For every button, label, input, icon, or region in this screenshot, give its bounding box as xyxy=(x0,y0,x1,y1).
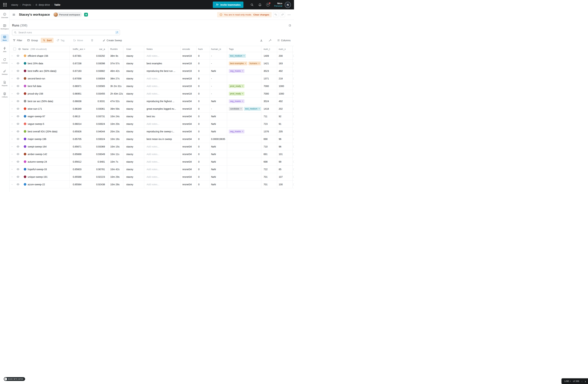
visibility-eye-icon[interactable] xyxy=(17,92,20,95)
table-row[interactable]: autumn-sweep-240.856120.948110m 7sstacey… xyxy=(9,158,294,166)
tag-remove-icon[interactable]: × xyxy=(243,55,245,57)
sidebar-item-workspace[interactable]: Workspace xyxy=(1,23,9,31)
tag-chip[interactable]: prod_ready× xyxy=(229,92,244,96)
run-notes[interactable]: best iou xyxy=(147,115,155,118)
cell-notes[interactable]: best iou xyxy=(144,113,180,120)
tag-remove-icon[interactable]: × xyxy=(242,100,243,102)
tag-chip[interactable]: seg_masks× xyxy=(229,99,244,103)
run-notes-placeholder[interactable]: Add notes... xyxy=(147,123,159,125)
column-header-num-t[interactable]: num_t xyxy=(261,46,277,52)
run-notes[interactable]: reproducing the highest ... xyxy=(147,100,174,103)
run-notes-placeholder[interactable]: Add notes... xyxy=(147,153,159,155)
tag-chip[interactable]: humans× xyxy=(248,61,261,65)
invite-teammates-button[interactable]: Invite teammates xyxy=(213,1,243,8)
clear-changes-link[interactable]: Clear changes xyxy=(253,13,269,16)
run-notes-placeholder[interactable]: Add notes... xyxy=(147,183,159,186)
table-row[interactable]: best overall IOU (20% data)0.859260.9404… xyxy=(9,128,294,135)
tag-chip[interactable]: candidate× xyxy=(229,107,243,111)
run-notes-placeholder[interactable]: Add notes... xyxy=(147,175,159,178)
column-header-name[interactable]: Name(398 visualized) xyxy=(22,46,69,52)
magic-wand-icon[interactable] xyxy=(268,38,272,43)
table-row[interactable]: swept-sweep-1640.856710.9336910m 15sstac… xyxy=(9,143,294,150)
run-notes-placeholder[interactable]: Add notes... xyxy=(147,55,159,57)
drag-handle-icon[interactable] xyxy=(12,146,12,147)
drag-handle-icon[interactable] xyxy=(12,139,12,139)
cell-notes[interactable]: reproducing the sweep r... xyxy=(144,128,180,135)
visibility-eye-icon[interactable] xyxy=(17,137,20,140)
tag-chip[interactable]: test_medium× xyxy=(244,107,261,111)
run-name-link[interactable]: best 20% data xyxy=(28,62,43,65)
visibility-eye-icon[interactable] xyxy=(17,54,20,57)
breadcrumb-item[interactable]: Projects xyxy=(22,3,31,6)
run-name-link[interactable]: second-best-run xyxy=(28,77,45,80)
column-header-user[interactable]: User xyxy=(123,46,144,52)
run-name-link[interactable]: proud-sky-158 xyxy=(28,92,43,95)
sidebar-item-artifacts[interactable]: Artifacts xyxy=(1,91,9,99)
visibility-eye-icon[interactable] xyxy=(17,69,20,72)
workspace-chip[interactable]: Personal workspace xyxy=(53,12,82,17)
table-row[interactable]: proud-sky-1580.869510.934552h 43m 22ssta… xyxy=(9,90,294,97)
column-header-tags[interactable]: Tags xyxy=(227,46,261,52)
sidebar-item-automations[interactable]: Automat. xyxy=(1,57,9,65)
drag-handle-icon[interactable] xyxy=(12,56,12,56)
column-header-traffic-acc[interactable]: traffic_acc▾ xyxy=(69,46,87,52)
drag-handle-icon[interactable] xyxy=(12,176,12,177)
columns-button[interactable]: Columns xyxy=(276,38,291,43)
tag-remove-icon[interactable]: × xyxy=(242,70,243,72)
run-notes[interactable]: best mean iou in sweep xyxy=(147,138,172,140)
column-header-notes[interactable]: Notes xyxy=(144,46,180,52)
breadcrumb-item[interactable]: stacey xyxy=(11,3,18,6)
table-row[interactable]: best 20% data0.872380.9309837m 57sstacey… xyxy=(9,60,294,67)
visibility-eye-icon[interactable] xyxy=(17,175,20,178)
column-header-encoder[interactable]: encode xyxy=(180,46,196,52)
run-notes[interactable]: great examples logged ev... xyxy=(147,107,176,110)
panel-toggle-icon[interactable] xyxy=(289,24,291,27)
menu-icon[interactable] xyxy=(12,13,16,16)
user-menu[interactable]: Nico Personal xyxy=(274,2,282,8)
search-runs-input[interactable] xyxy=(18,31,114,34)
table-row[interactable]: efficient-shape-1560.873910.9329238m 9ss… xyxy=(9,52,294,60)
cell-notes[interactable]: Add notes... xyxy=(144,181,180,188)
cell-notes[interactable]: Add notes... xyxy=(144,75,180,82)
drag-handle-icon[interactable] xyxy=(12,93,12,94)
tag-remove-icon[interactable]: × xyxy=(245,62,246,65)
visibility-eye-icon[interactable] xyxy=(17,107,20,110)
visibility-eye-icon[interactable] xyxy=(17,168,20,171)
run-name-link[interactable]: swept-sweep-164 xyxy=(28,145,47,148)
run-name-link[interactable]: hopeful-sweep-33 xyxy=(28,168,47,171)
table-row[interactable]: amber-sweep-1420.856680.9304910m 11sstac… xyxy=(9,150,294,158)
drag-handle-icon[interactable] xyxy=(12,184,12,185)
group-button[interactable]: Group xyxy=(25,38,40,43)
avatar[interactable]: N xyxy=(285,2,291,8)
run-notes-placeholder[interactable]: Add notes... xyxy=(147,85,159,88)
cell-notes[interactable]: Add notes... xyxy=(144,158,180,165)
select-all-checkbox[interactable] xyxy=(13,48,16,50)
run-name-link[interactable]: best car acc (50% data) xyxy=(28,100,53,103)
run-name-link[interactable]: azure-sweep-22 xyxy=(28,183,45,186)
cell-notes[interactable]: best examples xyxy=(144,60,180,67)
export-download-icon[interactable] xyxy=(259,38,264,43)
table-row[interactable]: hopeful-sweep-330.856030.9078110m 42ssta… xyxy=(9,166,294,173)
drag-handle-icon[interactable] xyxy=(12,71,12,71)
run-notes-placeholder[interactable]: Add notes... xyxy=(147,92,159,95)
column-header-hum[interactable]: hum xyxy=(196,46,210,52)
sidebar-item-sweeps[interactable]: Sweeps xyxy=(1,68,9,76)
cell-notes[interactable]: best mean iou in sweep xyxy=(144,135,180,143)
visibility-eye-icon[interactable] xyxy=(17,183,20,186)
run-name-link[interactable]: best traffic acc (50% data)) xyxy=(28,70,56,72)
redo-button[interactable] xyxy=(280,12,285,17)
visibility-eye-icon[interactable] xyxy=(17,122,20,125)
visibility-eye-icon[interactable] xyxy=(17,153,20,155)
run-notes-placeholder[interactable]: Add notes... xyxy=(147,160,159,163)
run-name-link[interactable]: eager-sweep-97 xyxy=(28,115,45,118)
run-notes-placeholder[interactable]: Add notes... xyxy=(147,77,159,80)
cell-notes[interactable]: Add notes... xyxy=(144,166,180,173)
table-row[interactable]: vague-sweep-50.860140.9392410m 20sstacey… xyxy=(9,120,294,128)
filter-button[interactable]: Filter xyxy=(11,38,24,43)
undo-button[interactable] xyxy=(273,12,278,17)
run-name-link[interactable]: best full data xyxy=(28,85,41,88)
tag-button[interactable]: Tag xyxy=(55,38,66,43)
sort-button[interactable]: Sort xyxy=(41,38,54,43)
cell-notes[interactable]: Add notes... xyxy=(144,82,180,90)
cell-notes[interactable]: reproducing the highest ... xyxy=(144,97,180,105)
